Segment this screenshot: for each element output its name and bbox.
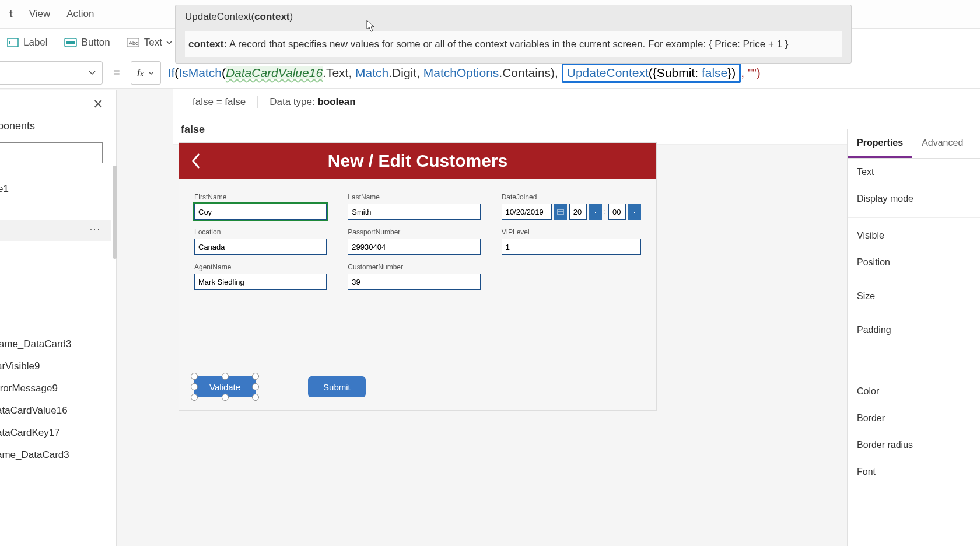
input-lastname[interactable] bbox=[348, 204, 480, 220]
label-agent: AgentName bbox=[194, 263, 327, 271]
chevron-down-icon bbox=[166, 39, 173, 46]
prop-padding[interactable]: Padding bbox=[848, 310, 980, 344]
insert-text-label: Text bbox=[144, 37, 162, 48]
tree-tab-components[interactable]: ponents bbox=[0, 120, 35, 132]
tree-item-selected[interactable]: ··· bbox=[0, 220, 111, 242]
field-custno: CustomerNumber bbox=[348, 263, 480, 290]
label-datejoined: DateJoined bbox=[502, 193, 641, 201]
more-icon[interactable]: ··· bbox=[90, 224, 101, 235]
tree-search-input[interactable] bbox=[0, 142, 103, 163]
tree-item[interactable]: arVisible9 bbox=[0, 360, 40, 372]
close-icon[interactable]: ✕ bbox=[93, 97, 103, 112]
prop-position[interactable]: Position bbox=[848, 249, 980, 276]
insert-label-text: Label bbox=[23, 37, 48, 48]
tree-item[interactable]: rrorMessage9 bbox=[0, 383, 58, 394]
calendar-icon bbox=[557, 208, 564, 215]
edit-form: FirstName LastName DateJoined : bbox=[179, 179, 656, 290]
back-button[interactable] bbox=[179, 152, 213, 170]
label-vip: VIPLevel bbox=[502, 228, 641, 236]
button-row: Validate Submit bbox=[194, 376, 366, 397]
input-firstname[interactable] bbox=[194, 204, 327, 220]
prop-font[interactable]: Font bbox=[848, 459, 980, 485]
input-hour[interactable] bbox=[569, 204, 587, 220]
text-icon: Abc bbox=[127, 38, 139, 47]
tab-advanced[interactable]: Advanced bbox=[912, 130, 972, 158]
insert-button[interactable]: Button bbox=[64, 37, 110, 48]
chevron-down-icon bbox=[148, 69, 155, 76]
prop-visible[interactable]: Visible bbox=[848, 222, 980, 249]
label-location: Location bbox=[194, 228, 327, 236]
formula-input[interactable]: If(IsMatch(DataCardValue16.Text, Match.D… bbox=[161, 63, 980, 83]
input-passport[interactable] bbox=[348, 239, 480, 255]
prop-size[interactable]: Size bbox=[848, 276, 980, 310]
selected-control[interactable]: Validate bbox=[194, 376, 256, 397]
hour-dropdown[interactable] bbox=[589, 204, 602, 220]
result-eval: false = false bbox=[181, 96, 258, 108]
minute-dropdown[interactable] bbox=[628, 204, 641, 220]
label-firstname: FirstName bbox=[194, 193, 327, 201]
app-title: New / Edit Customers bbox=[213, 151, 656, 171]
formula-tooltip: UpdateContext(context) context: A record… bbox=[175, 5, 852, 64]
field-firstname: FirstName bbox=[194, 193, 327, 220]
chevron-left-icon bbox=[190, 152, 202, 170]
formula-result-bar: false = false Data type: boolean bbox=[173, 89, 980, 116]
tree-view-panel: ✕ ponents e1 ··· lame_DataCard3 arVisibl… bbox=[0, 90, 117, 546]
tree-item[interactable]: lame_DataCard3 bbox=[0, 338, 72, 350]
insert-text[interactable]: Abc Text bbox=[127, 37, 177, 48]
svg-rect-3 bbox=[66, 41, 75, 44]
chevron-down-icon bbox=[88, 69, 96, 77]
app-header: New / Edit Customers bbox=[179, 143, 656, 179]
label-lastname: LastName bbox=[348, 193, 480, 201]
field-lastname: LastName bbox=[348, 193, 480, 220]
field-datejoined: DateJoined : bbox=[502, 193, 641, 220]
input-date[interactable] bbox=[502, 204, 552, 220]
equals-sign: = bbox=[103, 66, 131, 79]
fx-icon: fx bbox=[137, 66, 144, 79]
properties-tabs: Properties Advanced bbox=[848, 130, 980, 159]
menu-view[interactable]: View bbox=[29, 8, 51, 20]
label-custno: CustomerNumber bbox=[348, 263, 480, 271]
highlighted-expression: UpdateContext({Submit: false}) bbox=[562, 63, 741, 83]
scrollbar[interactable] bbox=[113, 166, 117, 259]
input-agent[interactable] bbox=[194, 274, 327, 290]
label-icon bbox=[7, 38, 19, 47]
date-picker-button[interactable] bbox=[554, 204, 567, 220]
menu-item-cutoff[interactable]: t bbox=[9, 8, 13, 20]
property-selector[interactable] bbox=[0, 61, 103, 85]
svg-rect-6 bbox=[558, 209, 564, 215]
result-datatype: Data type: boolean bbox=[258, 96, 367, 108]
tree-item[interactable]: ame_DataCard3 bbox=[0, 449, 69, 461]
tree-item[interactable]: ataCardKey17 bbox=[0, 427, 60, 439]
tree-item[interactable]: ataCardValue16 bbox=[0, 405, 68, 416]
field-location: Location bbox=[194, 228, 327, 255]
prop-border[interactable]: Border bbox=[848, 405, 980, 432]
chevron-down-icon bbox=[632, 209, 638, 215]
prop-border-radius[interactable]: Border radius bbox=[848, 432, 980, 459]
menu-action[interactable]: Action bbox=[66, 8, 94, 20]
field-vip: VIPLevel bbox=[502, 228, 641, 255]
prop-display-mode[interactable]: Display mode bbox=[848, 186, 980, 212]
input-location[interactable] bbox=[194, 239, 327, 255]
chevron-down-icon bbox=[593, 209, 598, 215]
label-passport: PassportNumber bbox=[348, 228, 480, 236]
field-passport: PassportNumber bbox=[348, 228, 480, 255]
submit-button[interactable]: Submit bbox=[308, 376, 366, 397]
fx-button[interactable]: fx bbox=[131, 61, 161, 85]
properties-panel: Properties Advanced Text Display mode Vi… bbox=[847, 130, 980, 546]
tree-item[interactable]: e1 bbox=[0, 183, 9, 195]
tab-properties[interactable]: Properties bbox=[848, 130, 912, 158]
canvas-preview[interactable]: New / Edit Customers FirstName LastName … bbox=[178, 142, 657, 411]
insert-button-text: Button bbox=[82, 37, 110, 48]
input-custno[interactable] bbox=[348, 274, 480, 290]
tooltip-signature: UpdateContext(context) bbox=[185, 11, 842, 23]
svg-text:Abc: Abc bbox=[129, 40, 138, 46]
button-icon bbox=[64, 38, 77, 47]
input-minute[interactable] bbox=[608, 204, 626, 220]
input-vip[interactable] bbox=[502, 239, 641, 255]
field-agentname: AgentName bbox=[194, 263, 327, 290]
insert-label[interactable]: Label bbox=[7, 37, 48, 48]
prop-color[interactable]: Color bbox=[848, 378, 980, 405]
prop-text[interactable]: Text bbox=[848, 159, 980, 186]
tooltip-description: context: A record that specifies new val… bbox=[185, 31, 842, 57]
